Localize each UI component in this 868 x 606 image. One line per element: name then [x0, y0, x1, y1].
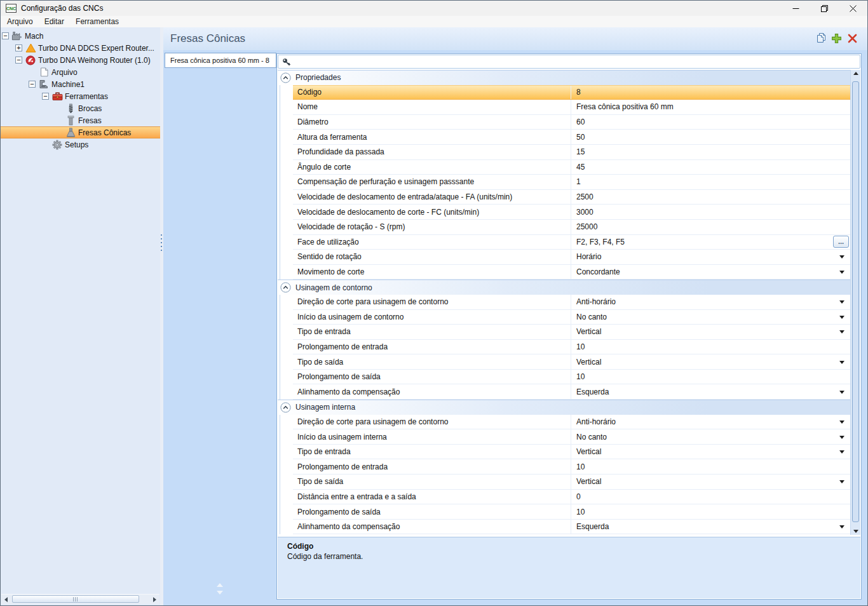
property-row[interactable]: Diâmetro60	[293, 115, 850, 130]
collapse-icon[interactable]: −	[15, 57, 22, 64]
collapse-chevron-icon[interactable]	[280, 282, 291, 293]
property-value[interactable]: Concordante	[571, 265, 850, 279]
collapse-chevron-icon[interactable]	[280, 72, 291, 83]
property-row[interactable]: Velocidade de rotação - S (rpm)25000	[293, 220, 850, 235]
scroll-down-arrow[interactable]	[851, 530, 860, 533]
property-value[interactable]: Esquerda	[571, 384, 850, 399]
section-header[interactable]: Propriedades	[278, 70, 850, 85]
property-value[interactable]: Vertical	[571, 325, 850, 339]
property-row[interactable]: Alinhamento da compensaçãoEsquerda	[293, 520, 850, 535]
dropdown-arrow-icon[interactable]	[839, 300, 844, 304]
property-value[interactable]: Horário	[571, 250, 850, 264]
property-value[interactable]: 0	[571, 490, 850, 504]
property-row[interactable]: Face de utilizaçãoF2, F3, F4, F5...	[293, 235, 850, 250]
property-value[interactable]: Vertical	[571, 445, 850, 459]
delete-button[interactable]	[846, 32, 858, 44]
property-value[interactable]: 50	[571, 130, 850, 144]
dropdown-arrow-icon[interactable]	[839, 330, 844, 333]
section-header[interactable]: Usinagem interna	[278, 400, 850, 415]
menu-arquivo[interactable]: Arquivo	[7, 17, 33, 26]
menu-ferramentas[interactable]: Ferramentas	[76, 17, 119, 26]
property-row[interactable]: Prolongamento de saída10	[293, 504, 850, 520]
property-value[interactable]: No canto	[571, 310, 850, 325]
property-row[interactable]: Código8	[293, 85, 850, 100]
tree-horizontal-scrollbar[interactable]	[1, 594, 159, 604]
property-row[interactable]: Direção de corte para usinagem de contor…	[293, 295, 850, 310]
dropdown-arrow-icon[interactable]	[839, 450, 844, 454]
property-value[interactable]: Anti-horário	[571, 415, 850, 429]
property-value[interactable]: Fresa cônica positiva 60 mm	[571, 100, 850, 114]
property-value[interactable]: F2, F3, F4, F5...	[571, 235, 850, 250]
dropdown-arrow-icon[interactable]	[839, 271, 844, 274]
tree-item[interactable]: Brocas	[1, 102, 160, 114]
minimize-button[interactable]	[782, 1, 810, 16]
tool-tab[interactable]: Fresa cônica positiva 60 mm - 8	[165, 53, 276, 68]
tree-item[interactable]: +Turbo DNA DDCS Expert Router...	[1, 42, 160, 54]
property-row[interactable]: Tipo de entradaVertical	[293, 445, 850, 460]
property-row[interactable]: Velocidade de deslocamento de corte - FC…	[293, 205, 850, 220]
dropdown-arrow-icon[interactable]	[839, 436, 844, 439]
property-value[interactable]: 10	[571, 459, 850, 474]
property-value[interactable]: Vertical	[571, 354, 850, 369]
collapse-chevron-icon[interactable]	[280, 402, 291, 413]
grid-scrollbar-thumb[interactable]	[852, 81, 859, 522]
tree-item[interactable]: Fresas	[1, 114, 160, 126]
expand-icon[interactable]: +	[15, 44, 22, 51]
property-row[interactable]: Início da usinagem internaNo canto	[293, 429, 850, 445]
property-row[interactable]: Distância entre a entrada e a saída0	[293, 490, 850, 505]
property-value[interactable]: 1	[571, 175, 850, 189]
property-row[interactable]: Velocidade de deslocamento de entrada/at…	[293, 190, 850, 205]
property-row[interactable]: Prolongamento de saída10	[293, 370, 850, 385]
property-row[interactable]: Direção de corte para usinagem de contor…	[293, 415, 850, 430]
property-value[interactable]: 10	[571, 340, 850, 354]
property-value[interactable]: 10	[571, 370, 850, 384]
property-row[interactable]: NomeFresa cônica positiva 60 mm	[293, 100, 850, 115]
property-row[interactable]: Altura da ferramenta50	[293, 130, 850, 145]
property-value[interactable]: 60	[571, 115, 850, 130]
collapse-icon[interactable]: −	[42, 93, 49, 100]
property-value[interactable]: 15	[571, 145, 850, 159]
dropdown-arrow-icon[interactable]	[839, 361, 844, 364]
collapse-icon[interactable]: −	[2, 32, 9, 39]
property-row[interactable]: Alinhamento da compensaçãoEsquerda	[293, 384, 850, 400]
grid-vertical-scrollbar[interactable]	[850, 70, 860, 535]
property-row[interactable]: Profundidade da passada15	[293, 145, 850, 160]
collapse-icon[interactable]: −	[29, 81, 36, 88]
property-value[interactable]: 2500	[571, 190, 850, 205]
property-value[interactable]: 3000	[571, 205, 850, 219]
section-header[interactable]: Usinagem de contorno	[278, 279, 850, 295]
property-value[interactable]: 25000	[571, 220, 850, 234]
property-value[interactable]: 10	[571, 504, 850, 519]
tree-item[interactable]: −Mach	[1, 30, 160, 42]
copy-button[interactable]	[815, 32, 827, 44]
dropdown-arrow-icon[interactable]	[839, 316, 844, 319]
ellipsis-button[interactable]: ...	[833, 236, 849, 248]
property-row[interactable]: Prolongamento de entrada10	[293, 340, 850, 355]
dropdown-arrow-icon[interactable]	[839, 525, 844, 529]
search-input[interactable]	[294, 56, 857, 69]
property-row[interactable]: Prolongamento de entrada10	[293, 459, 850, 475]
property-row[interactable]: Movimento de corteConcordante	[293, 265, 850, 280]
tree-item[interactable]: Fresas Cônicas	[1, 126, 160, 138]
property-row[interactable]: Compensação de perfuração e usinagem pas…	[293, 175, 850, 190]
property-row[interactable]: Ângulo de corte45	[293, 160, 850, 175]
property-row[interactable]: Tipo de entradaVertical	[293, 325, 850, 340]
tree-item[interactable]: −Machine1	[1, 78, 160, 90]
restore-button[interactable]	[810, 1, 839, 16]
scrollbar-thumb[interactable]	[12, 595, 139, 603]
property-value[interactable]: 8	[571, 86, 850, 100]
tree-item[interactable]: Setups	[1, 138, 160, 151]
tree-item[interactable]: Arquivo	[1, 66, 160, 78]
add-button[interactable]	[831, 32, 843, 44]
collapse-grip[interactable]	[217, 583, 223, 595]
property-row[interactable]: Início da usinagem de contornoNo canto	[293, 310, 850, 325]
dropdown-arrow-icon[interactable]	[839, 480, 844, 483]
property-value[interactable]: Esquerda	[571, 520, 850, 534]
scroll-right-arrow[interactable]	[150, 595, 159, 604]
property-value[interactable]: 45	[571, 160, 850, 175]
menu-editar[interactable]: Editar	[44, 17, 64, 26]
dropdown-arrow-icon[interactable]	[839, 391, 844, 394]
scroll-left-arrow[interactable]	[1, 595, 11, 604]
property-row[interactable]: Tipo de saídaVertical	[293, 475, 850, 490]
tree-item[interactable]: −Ferramentas	[1, 90, 160, 102]
